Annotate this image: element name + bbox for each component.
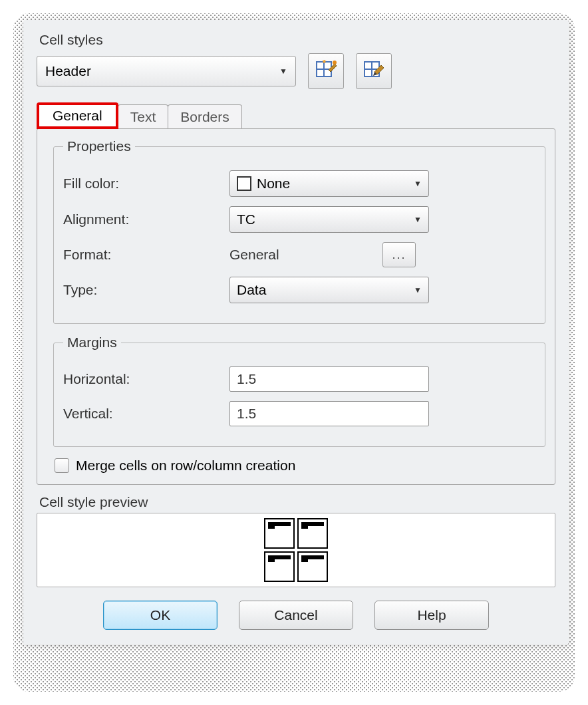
chevron-down-icon: ▼ [414,179,422,188]
margin-vertical-input[interactable] [229,401,429,426]
none-swatch-icon [237,176,251,191]
alignment-value: TC [237,212,255,227]
preview-label: Cell style preview [39,494,555,510]
margin-horizontal-label: Horizontal: [63,371,229,387]
cell-style-select[interactable]: Header ▼ [37,56,296,86]
fill-color-label: Fill color: [63,176,229,192]
alignment-label: Alignment: [63,212,229,227]
new-cell-style-icon [315,60,337,82]
tab-panel-general: Properties Fill color: None ▼ Alignment:… [37,128,555,485]
cell-style-preview [37,513,555,587]
chevron-down-icon: ▼ [279,67,287,76]
chevron-down-icon: ▼ [414,285,422,295]
chevron-down-icon: ▼ [414,215,422,224]
properties-group: Properties Fill color: None ▼ Alignment:… [53,138,545,324]
help-button[interactable]: Help [374,601,489,630]
cell-style-dialog: Cell styles Header ▼ [23,20,569,644]
margin-horizontal-input[interactable] [229,366,429,392]
preview-cell [297,551,328,582]
merge-cells-checkbox[interactable] [55,458,69,473]
ok-button[interactable]: OK [103,601,218,630]
fill-color-value: None [257,176,290,192]
format-label: Format: [63,247,229,263]
type-value: Data [237,282,266,298]
preview-cell [297,518,328,549]
alignment-select[interactable]: TC ▼ [229,206,429,233]
margins-group: Margins Horizontal: Vertical: [53,335,545,447]
svg-point-5 [333,61,337,65]
edit-cell-style-icon [363,60,385,82]
merge-cells-label: Merge cells on row/column creation [76,458,295,474]
format-value: General [229,247,382,263]
format-browse-button[interactable]: ... [382,242,416,267]
fill-color-select[interactable]: None ▼ [229,170,429,197]
margins-legend: Margins [63,335,121,351]
cancel-button[interactable]: Cancel [239,601,353,630]
new-cell-style-button[interactable] [308,53,344,89]
preview-cell [264,551,295,582]
tab-borders[interactable]: Borders [168,104,242,129]
cell-style-select-value: Header [45,63,91,79]
tab-general[interactable]: General [37,102,118,129]
preview-grid [264,518,328,582]
tab-text[interactable]: Text [118,104,169,129]
preview-cell [264,518,295,549]
properties-legend: Properties [63,138,135,154]
type-select[interactable]: Data ▼ [229,277,429,303]
type-label: Type: [63,282,229,298]
cell-styles-label: Cell styles [39,32,555,48]
edit-cell-style-button[interactable] [356,53,392,89]
margin-vertical-label: Vertical: [63,406,229,422]
